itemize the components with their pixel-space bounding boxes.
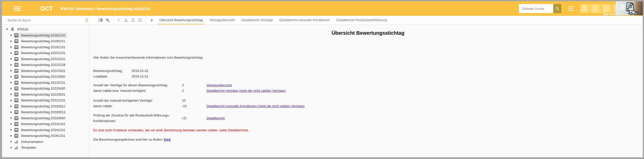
caret-icon[interactable] (10, 135, 12, 137)
tree-item-label: Bewertungsstichtag 20210630 (21, 75, 65, 78)
info-label: Loaddate: (93, 74, 132, 79)
calendar-icon (14, 57, 19, 61)
tree-item-20230930[interactable]: Bewertungsstichtag 20230930 (2, 115, 89, 121)
intro-text: Hier finden Sie zusammenfassende Informa… (93, 55, 643, 60)
tree-item-label: Bewertungsstichtag 20230930 (21, 116, 65, 120)
download-button[interactable] (124, 18, 128, 22)
caret-icon[interactable] (10, 88, 12, 90)
caret-icon[interactable] (10, 52, 12, 54)
collapse-tree-button[interactable] (117, 18, 121, 22)
upload-button[interactable] (131, 18, 135, 22)
result-line: Die Berechnungsergebnisse sind hier zu f… (93, 137, 643, 142)
tree-item-20210630[interactable]: Bewertungsstichtag 20210630 (2, 74, 89, 80)
tree-item-20230912[interactable]: Bewertungsstichtag 20230912 (2, 103, 89, 109)
tree-item-dokumentation[interactable]: Dokumentation (2, 139, 89, 145)
tab-vertragsübersicht[interactable]: Vertragsübersicht (206, 16, 238, 24)
tree-item-label: Bewertungsstichtag 20181231 (21, 33, 65, 37)
svg-text:$: $ (627, 9, 628, 11)
caret-icon[interactable] (10, 93, 12, 95)
caret-icon[interactable] (10, 58, 12, 60)
problem-warning-text: Es sind noch Probleme vorhanden, die vor… (93, 128, 643, 133)
caret-icon[interactable] (10, 40, 12, 42)
caret-icon[interactable] (10, 34, 12, 36)
tree-item-label: Bewertungsstichtag 20230913 (21, 110, 65, 114)
tree-item-label: Bewertungsstichtag 20210331 (21, 69, 65, 73)
tree-item-label: Bewertungsstichtag 20261231 (21, 134, 65, 138)
caret-icon[interactable] (10, 46, 12, 48)
row-value: -10 (182, 103, 206, 109)
settings-button[interactable] (105, 18, 110, 22)
row-value: i.O. (182, 115, 206, 121)
tree-item-20191231[interactable]: Bewertungsstichtag 20191231 (2, 44, 89, 50)
caret-icon[interactable] (10, 105, 12, 107)
tree-item-20231231[interactable]: Bewertungsstichtag 20231231 (2, 121, 89, 127)
tree-item-20190101[interactable]: Bewertungsstichtag 20190101 (2, 38, 89, 44)
tab-detailbericht-manuelle-korrekturen[interactable]: Detailbericht manuelle Korrekturen (276, 16, 333, 24)
caret-icon[interactable] (10, 141, 12, 143)
history-button[interactable] (138, 18, 142, 22)
tree-item-20221231[interactable]: Bewertungsstichtag 20221231 (2, 97, 89, 103)
tree-item-templates[interactable]: Templates (2, 145, 89, 151)
caret-icon[interactable] (10, 64, 12, 66)
global-search-input[interactable] (519, 4, 553, 13)
panel-toggle-button[interactable] (98, 18, 103, 22)
tree-item-20261231[interactable]: Bewertungsstichtag 20261231 (2, 133, 89, 139)
hamburger-menu-icon[interactable] (14, 6, 21, 12)
caret-icon[interactable] (10, 99, 12, 101)
tree-item-20210731[interactable]: Bewertungsstichtag 20210731 (2, 80, 89, 86)
detailbericht-vertraege-link[interactable]: Detailbericht Verträge (zeigt die nicht … (206, 89, 286, 93)
calendar-icon (14, 68, 19, 73)
row-label: Prüfung der Zinsätze für alle Restlaufze… (93, 113, 182, 124)
tab-detailbericht-restlaufzeit-währung[interactable]: Detailbericht Restlaufzeit/Währung (333, 16, 390, 24)
breadcrumb: IFRS16 / dataentry / Bewertungsstichtag … (60, 7, 151, 11)
tab-detailbericht-verträge[interactable]: Detailbericht Verträge (238, 16, 276, 24)
calendar-icon (14, 80, 19, 85)
tree-item-label: Bewertungsstichtag 20210131 (21, 57, 65, 61)
caret-icon[interactable] (6, 29, 8, 30)
tree-root-ifrs16[interactable]: IFRS16 (2, 26, 89, 32)
calendar-icon (14, 128, 19, 132)
tree-item-label: Bewertungsstichtag 20191231 (21, 45, 65, 49)
caret-icon[interactable] (10, 147, 12, 149)
caret-icon[interactable] (10, 117, 12, 119)
caret-icon[interactable] (10, 76, 12, 78)
tree-item-label: Bewertungsstichtag 20190101 (21, 39, 65, 43)
tree-item-20210131[interactable]: Bewertungsstichtag 20210131 (2, 56, 89, 62)
tree-item-label: Bewertungsstichtag 20220531 (21, 93, 65, 96)
info-value: 2018-12-31 (132, 74, 320, 79)
manual-corrections-section: Anzahl der manuell korrigierten Verträge… (93, 98, 446, 109)
calendar-icon (14, 110, 19, 114)
tree-item-label: Bewertungsstichtag 20201231 (21, 51, 65, 55)
detailbericht-link[interactable]: Detailbericht (206, 116, 225, 120)
klick-link[interactable]: Klick (164, 138, 171, 141)
detailbericht-korrekturen-link[interactable]: Detailbericht manuelle Korrekturen (zeig… (206, 104, 304, 108)
collapse-tree-icon (117, 18, 121, 22)
row-label: davon valide bzw. manuell korrigiert: (93, 88, 182, 94)
tree-item-20210331[interactable]: Bewertungsstichtag 20210331 (2, 68, 89, 74)
tree-item-20210228[interactable]: Bewertungsstichtag 20210228 (2, 62, 89, 68)
caret-icon[interactable] (10, 129, 12, 131)
tree-item-20241231[interactable]: Bewertungsstichtag 20241231 (2, 127, 89, 133)
tree-item-20220531[interactable]: Bewertungsstichtag 20220531 (2, 92, 89, 98)
panel-splitter-handle[interactable] (85, 18, 88, 22)
tree-item-20230913[interactable]: Bewertungsstichtag 20230913 (2, 109, 89, 115)
vertragsuebersicht-link[interactable]: Vertragsübersicht (206, 83, 232, 87)
caret-icon[interactable] (10, 82, 12, 84)
tree-search-input[interactable] (2, 18, 73, 22)
toolbar-separator (113, 16, 113, 25)
tree-item-20181231[interactable]: Bewertungsstichtag 20181231 (2, 32, 89, 38)
calendar-icon (14, 39, 19, 44)
tree-item-20201231[interactable]: Bewertungsstichtag 20201231 (2, 50, 89, 56)
caret-icon[interactable] (10, 123, 12, 125)
caret-icon[interactable] (10, 111, 12, 113)
search-button[interactable] (553, 4, 561, 13)
caret-icon[interactable] (10, 70, 12, 72)
apps-grid-icon[interactable] (569, 6, 573, 11)
row-label: davon valide: (93, 103, 182, 109)
tree-search (2, 16, 89, 24)
tree-item-20220430[interactable]: Bewertungsstichtag 20220430 (2, 86, 89, 92)
calendar-icon (14, 74, 19, 79)
info-value: 2018-12-31 (132, 68, 320, 74)
add-tab-button[interactable] (149, 18, 154, 22)
tab-übersicht-bewertungsstichtag[interactable]: Übersicht Bewertungsstichtag (156, 16, 206, 24)
